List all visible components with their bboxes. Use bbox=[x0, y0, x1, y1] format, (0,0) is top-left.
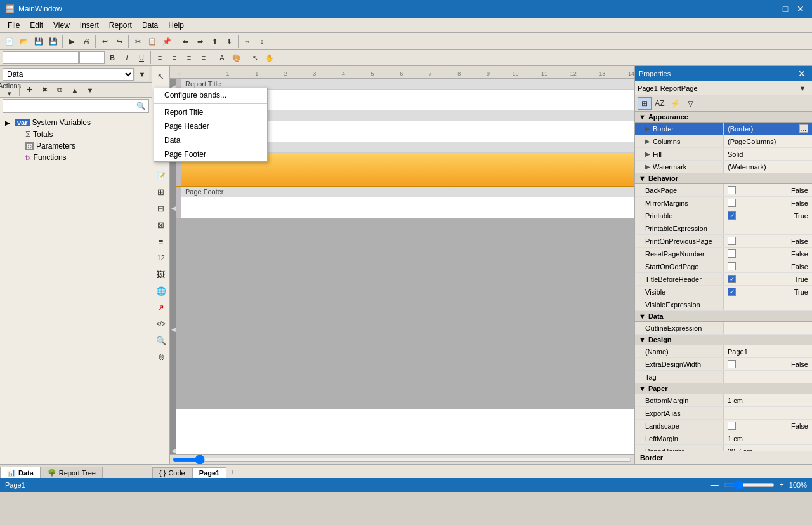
props-section-design[interactable]: ▼ Design bbox=[635, 335, 812, 345]
prop-border[interactable]: ▶ Border (Border) ... bbox=[635, 123, 812, 135]
prop-titlebeforeheader[interactable]: TitleBeforeHeader ✓ True bbox=[635, 273, 812, 286]
number-tool[interactable]: 12 bbox=[154, 250, 169, 265]
left-arrow-4[interactable]: ◀ bbox=[171, 448, 176, 454]
actions-copy[interactable]: ⧉ bbox=[53, 83, 67, 97]
tb-align-right[interactable]: ➡ bbox=[193, 34, 207, 48]
status-zoom-in[interactable]: + bbox=[780, 481, 784, 489]
tb-txt-align-center[interactable]: ≡ bbox=[167, 51, 181, 65]
title-bar-controls[interactable]: — □ ✕ bbox=[764, 3, 807, 15]
props-close-btn[interactable]: ✕ bbox=[796, 67, 808, 80]
richtext-tool[interactable]: 📝 bbox=[154, 168, 169, 183]
dropdown-configure-bands[interactable]: Configure bands... bbox=[154, 88, 267, 102]
prop-mirrormargins[interactable]: MirrorMargins False bbox=[635, 197, 812, 209]
tb-bold[interactable]: B bbox=[105, 51, 119, 65]
prop-name[interactable]: (Name) Page1 bbox=[635, 345, 812, 358]
prop-watermark[interactable]: ▶ Watermark (Watermark) bbox=[635, 161, 812, 173]
props-tb-filter[interactable]: ▽ bbox=[683, 97, 697, 110]
tb-italic[interactable]: I bbox=[120, 51, 134, 65]
search-input[interactable] bbox=[6, 102, 136, 110]
tb-size-h[interactable]: ↕ bbox=[255, 34, 269, 48]
close-button[interactable]: ✕ bbox=[794, 3, 807, 15]
tb-txt-align-left[interactable]: ≡ bbox=[153, 51, 167, 65]
add-page-btn[interactable]: + bbox=[226, 466, 239, 478]
prop-leftmargin[interactable]: LeftMargin 1 cm bbox=[635, 432, 812, 445]
prop-landscape[interactable]: Landscape False bbox=[635, 420, 812, 432]
actions-dropdown-btn[interactable]: Actions ▾ bbox=[3, 83, 16, 97]
tb-preview[interactable]: ▶ bbox=[65, 34, 79, 48]
tree-item-totals[interactable]: Σ Totals bbox=[3, 128, 149, 140]
tb-new[interactable]: 📄 bbox=[3, 34, 16, 48]
props-section-behavior[interactable]: ▼ Behavior bbox=[635, 173, 812, 184]
menu-insert[interactable]: Insert bbox=[75, 20, 104, 31]
minimize-button[interactable]: — bbox=[764, 3, 776, 15]
prop-mirrormargins-checkbox[interactable] bbox=[728, 199, 736, 207]
props-section-paper[interactable]: ▼ Paper bbox=[635, 383, 812, 394]
matrix-tool[interactable]: ⊠ bbox=[154, 217, 169, 232]
table-tool[interactable]: ⊞ bbox=[154, 184, 169, 199]
props-section-appearance[interactable]: ▼ Appearance bbox=[635, 112, 812, 123]
tb-align-bottom[interactable]: ⬇ bbox=[222, 34, 236, 48]
tb-copy[interactable]: 📋 bbox=[145, 34, 159, 48]
menu-data[interactable]: Data bbox=[137, 20, 163, 31]
left-arrow-3[interactable]: ◀ bbox=[171, 326, 176, 333]
image-tool[interactable]: 🖼 bbox=[154, 267, 169, 282]
band-inner-pf[interactable] bbox=[181, 197, 634, 218]
maximize-button[interactable]: □ bbox=[779, 3, 792, 15]
tb-hand[interactable]: ✋ bbox=[263, 51, 277, 65]
table2-tool[interactable]: ⊟ bbox=[154, 201, 169, 216]
tb-align-top[interactable]: ⬆ bbox=[207, 34, 221, 48]
props-section-data[interactable]: ▼ Data bbox=[635, 311, 812, 322]
prop-printonprev[interactable]: PrintOnPreviousPage False bbox=[635, 235, 812, 248]
tree-item-parameters[interactable]: ⊞ Parameters bbox=[3, 140, 149, 152]
tb-size-w[interactable]: ↔ bbox=[240, 34, 254, 48]
list-tool[interactable]: ≡ bbox=[154, 234, 169, 249]
font-family-combo[interactable] bbox=[3, 51, 79, 64]
below-bands-area[interactable] bbox=[176, 218, 634, 409]
actions-down[interactable]: ▼ bbox=[83, 83, 97, 97]
prop-bottommargin[interactable]: BottomMargin 1 cm bbox=[635, 394, 812, 407]
prop-visible-checkbox[interactable]: ✓ bbox=[728, 288, 736, 296]
prop-landscape-checkbox[interactable] bbox=[728, 422, 736, 430]
tb-print[interactable]: 🖨 bbox=[79, 34, 93, 48]
props-tb-categorized[interactable]: ⊞ bbox=[638, 97, 652, 110]
prop-extradesignwidth[interactable]: ExtraDesignWidth False bbox=[635, 358, 812, 371]
dropdown-data[interactable]: Data bbox=[154, 133, 267, 147]
prop-fill-expand[interactable]: ▶ bbox=[645, 150, 653, 157]
prop-watermark-expand[interactable]: ▶ bbox=[645, 163, 653, 170]
props-scroll[interactable]: ▼ Appearance ▶ Border (Border) ... ▶ Col… bbox=[635, 112, 812, 451]
prop-resetpage-checkbox[interactable] bbox=[728, 249, 736, 258]
tab-code[interactable]: { } Code bbox=[152, 467, 192, 478]
prop-tag[interactable]: Tag bbox=[635, 371, 812, 383]
menu-edit[interactable]: Edit bbox=[25, 20, 48, 31]
tb-redo[interactable]: ↪ bbox=[112, 34, 126, 48]
tb-undo[interactable]: ↩ bbox=[98, 34, 112, 48]
tb-align-left[interactable]: ⬅ bbox=[178, 34, 192, 48]
menu-report[interactable]: Report bbox=[104, 20, 137, 31]
prop-printableexpr[interactable]: PrintableExpression bbox=[635, 222, 812, 235]
prop-backpage[interactable]: BackPage False bbox=[635, 184, 812, 197]
actions-delete[interactable]: ✖ bbox=[37, 83, 51, 97]
menu-view[interactable]: View bbox=[48, 20, 75, 31]
prop-columns[interactable]: ▶ Columns (PageColumns) bbox=[635, 135, 812, 148]
prop-titlebeforeheader-checkbox[interactable]: ✓ bbox=[728, 275, 736, 283]
font-size-combo[interactable] bbox=[79, 51, 105, 64]
prop-border-expand[interactable]: ▶ bbox=[645, 125, 653, 132]
tree-item-system-variables[interactable]: ▶ var System Variables bbox=[3, 117, 149, 128]
tree-item-functions[interactable]: fx Functions bbox=[3, 152, 149, 163]
chart-tool[interactable]: ↗ bbox=[154, 300, 169, 315]
globe-tool[interactable]: 🌐 bbox=[154, 283, 169, 298]
hscroll[interactable] bbox=[170, 454, 634, 464]
dropdown-page-header[interactable]: Page Header bbox=[154, 119, 267, 133]
menu-help[interactable]: Help bbox=[163, 20, 189, 31]
prop-border-dots[interactable]: ... bbox=[799, 124, 808, 133]
cursor-tool[interactable]: ↖ bbox=[154, 69, 169, 84]
menu-file[interactable]: File bbox=[3, 20, 25, 31]
prop-printable-checkbox[interactable]: ✓ bbox=[728, 211, 736, 220]
tb-save[interactable]: 💾 bbox=[32, 34, 46, 48]
tab-page1[interactable]: Page1 bbox=[192, 467, 226, 478]
actions-up[interactable]: ▲ bbox=[68, 83, 82, 97]
props-object-dropdown[interactable]: ▼ bbox=[796, 81, 809, 95]
hscroll-slider[interactable] bbox=[173, 458, 632, 462]
link-tool[interactable]: ⛓ bbox=[154, 349, 169, 364]
scan-tool[interactable]: 🔍 bbox=[154, 333, 169, 348]
